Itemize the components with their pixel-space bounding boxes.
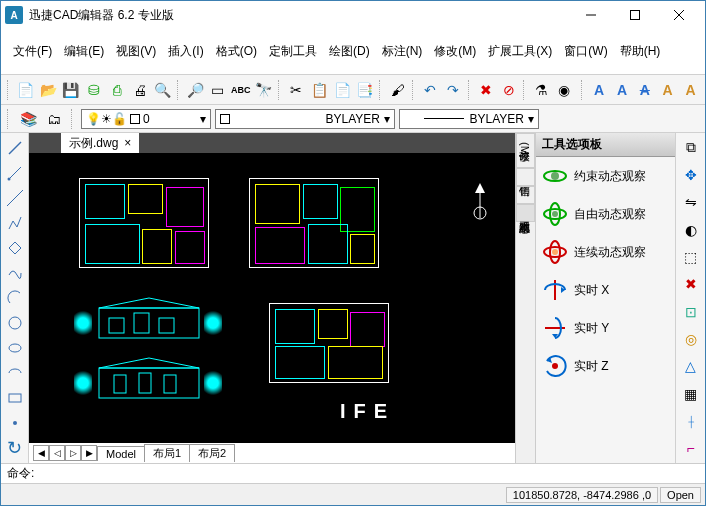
minimize-button[interactable] bbox=[569, 1, 613, 29]
menu-custom-tools[interactable]: 定制工具 bbox=[263, 41, 323, 62]
move-tool-icon[interactable]: ✥ bbox=[680, 164, 702, 185]
menu-window[interactable]: 窗口(W) bbox=[558, 41, 613, 62]
vtab-modify[interactable]: 修改(M) bbox=[516, 133, 535, 168]
save-all-icon[interactable]: ⛁ bbox=[83, 79, 104, 101]
binoculars-icon[interactable]: 🔭 bbox=[253, 79, 274, 101]
scale-tool-icon[interactable]: ⬚ bbox=[680, 246, 702, 267]
layer-name: 0 bbox=[143, 112, 150, 126]
print-preview-icon[interactable]: 🔍 bbox=[152, 79, 173, 101]
match-prop-icon[interactable]: 🖌 bbox=[387, 79, 408, 101]
lineweight-combo[interactable]: BYLAYER ▾ bbox=[399, 109, 539, 129]
close-tab-icon[interactable]: × bbox=[124, 136, 131, 150]
palette-item-constrained-orbit[interactable]: 约束动态观察 bbox=[536, 157, 675, 195]
palette-header: 工具选项板 bbox=[536, 133, 675, 157]
spell-icon[interactable]: ABC bbox=[230, 79, 251, 101]
tab-nav-last[interactable]: ▶ bbox=[81, 445, 97, 461]
print-icon[interactable]: 🖨 bbox=[129, 79, 150, 101]
menu-format[interactable]: 格式(O) bbox=[210, 41, 263, 62]
palette-label: 实时 Y bbox=[574, 320, 609, 337]
drawing-canvas[interactable]: IFE bbox=[29, 153, 515, 443]
palette-item-realtime-y[interactable]: 实时 Y bbox=[536, 309, 675, 347]
menu-modify[interactable]: 修改(M) bbox=[428, 41, 482, 62]
cancel-icon[interactable]: ⊘ bbox=[498, 79, 519, 101]
palette-item-realtime-z[interactable]: 实时 Z bbox=[536, 347, 675, 385]
doc-tab-active[interactable]: 示例.dwg × bbox=[61, 133, 139, 154]
tab-nav-prev[interactable]: ◁ bbox=[49, 445, 65, 461]
spline-icon[interactable] bbox=[4, 262, 26, 283]
pline-icon[interactable] bbox=[4, 212, 26, 233]
menu-insert[interactable]: 插入(I) bbox=[162, 41, 209, 62]
text-a3-icon[interactable]: A bbox=[634, 79, 655, 101]
xline-icon[interactable] bbox=[4, 187, 26, 208]
find-icon[interactable]: 🔎 bbox=[185, 79, 206, 101]
tab-nav-next[interactable]: ▷ bbox=[65, 445, 81, 461]
undo-tool-icon[interactable]: ↻ bbox=[4, 437, 26, 459]
ellipse-icon[interactable] bbox=[4, 337, 26, 358]
redo-icon[interactable]: ↷ bbox=[443, 79, 464, 101]
menu-express[interactable]: 扩展工具(X) bbox=[482, 41, 558, 62]
export-icon[interactable]: ⎙ bbox=[106, 79, 127, 101]
copy-tool-icon[interactable]: ⧉ bbox=[680, 137, 702, 158]
vtab-sales[interactable]: 销售 bbox=[516, 168, 535, 186]
svg-point-9 bbox=[9, 317, 21, 329]
text-a2-icon[interactable]: A bbox=[612, 79, 633, 101]
mirror-tool-icon[interactable]: ⇋ bbox=[680, 192, 702, 213]
break-tool-icon[interactable]: ⊡ bbox=[680, 301, 702, 322]
new-icon[interactable]: 📄 bbox=[15, 79, 36, 101]
paste-icon[interactable]: 📄 bbox=[332, 79, 353, 101]
arc-icon[interactable] bbox=[4, 287, 26, 308]
polygon-icon[interactable] bbox=[4, 237, 26, 258]
maximize-button[interactable] bbox=[613, 1, 657, 29]
circle-icon[interactable] bbox=[4, 312, 26, 333]
vtab-view[interactable]: 视图 bbox=[516, 186, 535, 204]
text-a5-icon[interactable]: A bbox=[680, 79, 701, 101]
tab-layout1[interactable]: 布局1 bbox=[144, 444, 190, 462]
menu-edit[interactable]: 编辑(E) bbox=[58, 41, 110, 62]
audit-icon[interactable]: ⚗ bbox=[531, 79, 552, 101]
undo-icon[interactable]: ↶ bbox=[420, 79, 441, 101]
delete-icon[interactable]: ✖ bbox=[476, 79, 497, 101]
tab-layout2[interactable]: 布局2 bbox=[189, 444, 235, 462]
statusbar: 101850.8728, -8474.2986 ,0 Open bbox=[1, 483, 705, 505]
paste-special-icon[interactable]: 📑 bbox=[355, 79, 376, 101]
vtab-3dorbit[interactable]: 三维动态观察 bbox=[516, 204, 535, 222]
cut-icon[interactable]: ✂ bbox=[286, 79, 307, 101]
palette-item-realtime-x[interactable]: 实时 X bbox=[536, 271, 675, 309]
point-icon[interactable] bbox=[4, 412, 26, 433]
color-combo[interactable]: BYLAYER ▾ bbox=[215, 109, 395, 129]
menu-file[interactable]: 文件(F) bbox=[7, 41, 58, 62]
rectangle-icon[interactable] bbox=[4, 387, 26, 408]
palette-item-continuous-orbit[interactable]: 连续动态观察 bbox=[536, 233, 675, 271]
copy-icon[interactable]: 📋 bbox=[309, 79, 330, 101]
ellipse-arc-icon[interactable] bbox=[4, 362, 26, 383]
erase-tool-icon[interactable]: ✖ bbox=[680, 274, 702, 295]
close-button[interactable] bbox=[657, 1, 701, 29]
rotate-tool-icon[interactable]: ◐ bbox=[680, 219, 702, 240]
save-icon[interactable]: 💾 bbox=[61, 79, 82, 101]
layer-manager-icon[interactable]: 📚 bbox=[17, 108, 39, 130]
layer-state-icon[interactable]: 🗂 bbox=[43, 108, 65, 130]
layer-combo[interactable]: 💡 ☀ 🔓 0 ▾ bbox=[81, 109, 211, 129]
select-icon[interactable]: ▭ bbox=[208, 79, 229, 101]
menu-draw[interactable]: 绘图(D) bbox=[323, 41, 376, 62]
command-line[interactable]: 命令: bbox=[1, 463, 705, 483]
dropdown-icon: ▾ bbox=[384, 112, 390, 126]
recover-icon[interactable]: ◉ bbox=[554, 79, 575, 101]
offset-tool-icon[interactable]: ◎ bbox=[680, 328, 702, 349]
menu-help[interactable]: 帮助(H) bbox=[614, 41, 667, 62]
text-a1-icon[interactable]: A bbox=[589, 79, 610, 101]
explode-tool-icon[interactable]: △ bbox=[680, 356, 702, 377]
tab-model[interactable]: Model bbox=[97, 446, 145, 461]
svg-point-33 bbox=[552, 249, 558, 255]
trim-tool-icon[interactable]: ⟊ bbox=[680, 410, 702, 431]
menu-dimension[interactable]: 标注(N) bbox=[376, 41, 429, 62]
tab-nav-first[interactable]: ◀ bbox=[33, 445, 49, 461]
line-icon[interactable] bbox=[4, 137, 26, 158]
palette-item-free-orbit[interactable]: 自由动态观察 bbox=[536, 195, 675, 233]
open-icon[interactable]: 📂 bbox=[38, 79, 59, 101]
text-a4-icon[interactable]: A bbox=[657, 79, 678, 101]
extend-tool-icon[interactable]: ⌐ bbox=[680, 438, 702, 459]
array-tool-icon[interactable]: ▦ bbox=[680, 383, 702, 404]
menu-view[interactable]: 视图(V) bbox=[110, 41, 162, 62]
ray-icon[interactable] bbox=[4, 162, 26, 183]
